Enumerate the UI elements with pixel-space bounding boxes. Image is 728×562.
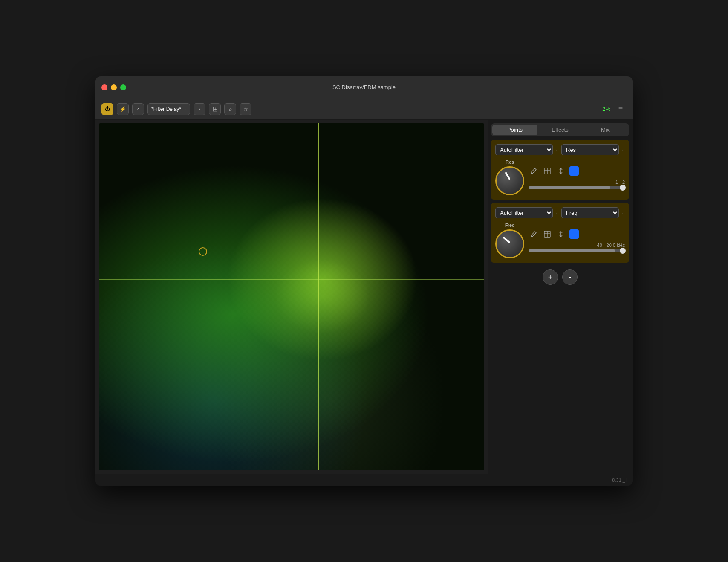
knob-label-2: Freq (505, 223, 515, 228)
effect-icons-1 (529, 166, 625, 176)
pencil-icon-1[interactable] (529, 166, 539, 176)
range-slider-2[interactable] (529, 249, 625, 252)
search-button[interactable]: ⌕ (224, 103, 236, 115)
effect-controls-1: 1 - 2 (529, 166, 625, 189)
chevron-down-icon: ⌄ (183, 107, 186, 111)
effect-header-1: AutoFilter ⌄ Res ⌄ (495, 144, 625, 155)
effect-param-select-2[interactable]: Freq (561, 207, 619, 218)
effect-plugin-select-2[interactable]: AutoFilter (495, 207, 553, 218)
effect-icons-2 (529, 229, 625, 239)
remove-effect-button[interactable]: - (562, 269, 578, 285)
knob-freq[interactable] (495, 229, 524, 258)
forward-button[interactable]: › (194, 103, 205, 115)
add-effect-button[interactable]: + (543, 269, 558, 285)
tab-effects[interactable]: Effects (537, 125, 583, 135)
effect-controls-2: 40 - 20.0 kHz (529, 229, 625, 252)
chevron-down-icon: ⌄ (621, 148, 625, 152)
minimize-button[interactable] (111, 84, 117, 90)
tab-mix[interactable]: Mix (583, 125, 628, 135)
forward-icon: › (199, 106, 200, 112)
power-button[interactable]: ⏻ (101, 103, 113, 115)
right-panel: Points Effects Mix AutoFilter ⌄ Res (488, 120, 633, 474)
toolbar: ⏻ ⚡ ‹ *Filter Delay* ⌄ › ⊞ ⌕ ☆ 2% ≡ (95, 98, 633, 120)
range-slider-1[interactable] (529, 186, 625, 189)
pencil-icon-2[interactable] (529, 229, 539, 239)
back-icon: ‹ (137, 106, 139, 112)
table-icon-2[interactable] (542, 229, 552, 239)
close-button[interactable] (101, 84, 107, 90)
menu-icon: ≡ (618, 104, 623, 113)
bottom-buttons: + - (491, 266, 629, 288)
table-icon-1[interactable] (542, 166, 552, 176)
titlebar: SC Disarray/EDM sample (95, 76, 633, 98)
chevron-down-icon: ⌄ (555, 211, 559, 215)
cpu-label: 2% (602, 106, 610, 112)
back-button[interactable]: ‹ (132, 103, 144, 115)
effect-body-1: Res (495, 159, 625, 195)
maximize-button[interactable] (120, 84, 126, 90)
star-icon: ☆ (243, 106, 248, 112)
search-icon: ⌕ (229, 106, 232, 112)
chevron-down-icon: ⌄ (555, 148, 559, 152)
range-slider-fill-2 (529, 249, 615, 252)
chevron-down-icon: ⌄ (621, 211, 625, 215)
effect-body-2: Freq (495, 223, 625, 258)
effect-header-2: AutoFilter ⌄ Freq ⌄ (495, 207, 625, 218)
xy-control-point[interactable] (199, 247, 207, 256)
effect-plugin-select-1[interactable]: AutoFilter (495, 144, 553, 155)
arrows-icon-2[interactable] (556, 229, 566, 239)
range-slider-thumb-1[interactable] (620, 185, 626, 191)
status-text: 8.31 _I (612, 478, 627, 483)
effect-block-1: AutoFilter ⌄ Res ⌄ Res (491, 140, 629, 200)
traffic-lights (101, 84, 126, 90)
range-slider-fill-1 (529, 186, 610, 189)
toolbar-right: 2% ≡ (602, 103, 627, 115)
knob-label-1: Res (506, 159, 514, 165)
main-content: Points Effects Mix AutoFilter ⌄ Res (95, 120, 633, 474)
xy-pad[interactable] (99, 123, 484, 470)
lightning-icon: ⚡ (120, 106, 126, 112)
lightning-button[interactable]: ⚡ (117, 103, 129, 115)
power-icon: ⏻ (105, 106, 110, 112)
knob-res[interactable] (495, 166, 524, 195)
xy-background (99, 123, 484, 470)
tab-points[interactable]: Points (492, 125, 537, 135)
knob-area-2: Freq (495, 223, 524, 258)
knob-area-1: Res (495, 159, 524, 195)
preset-dropdown[interactable]: *Filter Delay* ⌄ (147, 103, 190, 115)
tab-bar: Points Effects Mix (491, 123, 629, 136)
favorite-button[interactable]: ☆ (240, 103, 251, 115)
range-label-1: 1 - 2 (529, 180, 625, 185)
window-title: SC Disarray/EDM sample (332, 84, 396, 90)
statusbar: 8.31 _I (95, 474, 633, 486)
color-swatch-2[interactable] (569, 229, 579, 239)
effect-param-select-1[interactable]: Res (561, 144, 619, 155)
arrows-icon-1[interactable] (556, 166, 566, 176)
preset-name: *Filter Delay* (151, 106, 181, 112)
add-preset-button[interactable]: ⊞ (209, 103, 221, 115)
color-swatch-1[interactable] (569, 166, 579, 176)
range-label-2: 40 - 20.0 kHz (529, 243, 625, 248)
add-icon: ⊞ (212, 105, 218, 113)
menu-button[interactable]: ≡ (615, 103, 627, 115)
effect-block-2: AutoFilter ⌄ Freq ⌄ Freq (491, 203, 629, 263)
main-window: SC Disarray/EDM sample ⏻ ⚡ ‹ *Filter Del… (95, 76, 633, 486)
range-slider-thumb-2[interactable] (620, 248, 626, 254)
